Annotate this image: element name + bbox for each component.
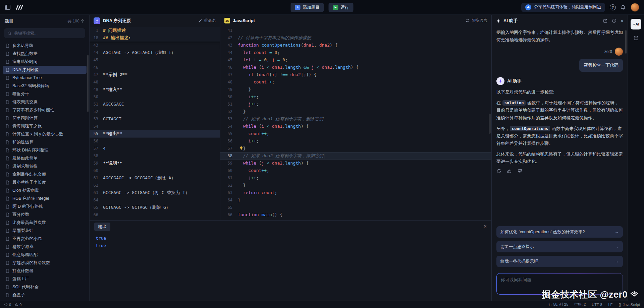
- close-output-button[interactable]: ×: [484, 224, 487, 229]
- markdown-editor[interactable]: 1# 问题描述18## 输出描述:4344AGCTAGC -> AGCTAGCT…: [90, 27, 220, 220]
- app-logo-icon[interactable]: [15, 4, 24, 10]
- promo-banner[interactable]: 分享代码练习体验，领限量定制周边: [521, 3, 605, 12]
- sidebar-item-problem[interactable]: DNA 序列还原: [3, 66, 87, 74]
- run-button[interactable]: ▶ 运行: [329, 3, 354, 12]
- output-tab[interactable]: 输出: [94, 223, 110, 231]
- sidebar-item-problem[interactable]: Base32 编码和解码: [3, 82, 87, 90]
- close-ai-panel-button[interactable]: ×: [621, 18, 624, 24]
- sidebar-item-problem[interactable]: Bytedance Tree: [3, 74, 87, 82]
- rename-button[interactable]: 重命名: [198, 18, 216, 23]
- file-icon: [5, 261, 10, 265]
- sidebar-item-problem[interactable]: SQL 代码补全: [3, 283, 87, 291]
- sidebar-item-problem[interactable]: 计算位置 x 到 y 的最少步数: [3, 130, 87, 138]
- sidebar-item-problem[interactable]: 不再贪心的小包: [3, 235, 87, 243]
- ai-panel-title: AI 助手: [503, 18, 518, 24]
- sidebar-item-problem[interactable]: 创意标题匹配: [3, 251, 87, 259]
- thumbs-up-button[interactable]: [507, 169, 512, 174]
- search-input[interactable]: [14, 31, 82, 36]
- markdown-line: 48: [90, 78, 220, 86]
- cursor-position[interactable]: 行 58, 列 25: [548, 302, 568, 307]
- sidebar-item-problem[interactable]: 暴雨梨花针: [3, 227, 87, 235]
- problem-sidebar: 题目 共 100 个 多米诺骨牌查找热点数据病毒感染时间DNA 序列还原Byte…: [0, 15, 90, 301]
- sidebar-item-problem[interactable]: 青海湖租车之旅: [3, 122, 87, 130]
- sidebar-item-problem[interactable]: 简单四则计算: [3, 114, 87, 122]
- sidebar-item-problem[interactable]: 查找热点数据: [3, 50, 87, 58]
- file-icon: [5, 196, 10, 201]
- sidebar-item-problem[interactable]: 打点计数器: [3, 267, 87, 275]
- sidebar-item-problem[interactable]: 环状 DNA 序列整理: [3, 146, 87, 154]
- ai-name: AI 助手: [507, 77, 522, 85]
- sidebar-toggle-button[interactable]: [5, 5, 10, 10]
- sidebar-item-problem[interactable]: 蛋糕工厂: [3, 275, 87, 283]
- code-line: 49 }: [220, 86, 491, 93]
- markdown-line: 66: [90, 211, 220, 219]
- encoding-setting[interactable]: UTF-8: [592, 303, 602, 307]
- file-icon: [5, 76, 10, 80]
- sidebar-item-problem[interactable]: 字符串有多少种可能性: [3, 106, 87, 114]
- sidebar-item-problem[interactable]: 和的逆运算: [3, 138, 87, 146]
- ai-chat-scrollbar[interactable]: [625, 30, 627, 54]
- line-number: 45: [90, 56, 103, 64]
- new-chat-button[interactable]: [603, 18, 608, 23]
- help-button[interactable]: ?: [610, 4, 616, 10]
- suggested-question[interactable]: 如何优化 `countOperations` 函数的计算效率?→: [496, 226, 623, 238]
- app-window: + 添加题目 ▶ 运行 分享代码练习体验，领限量定制周边 ?: [0, 0, 644, 308]
- code-editor[interactable]: 4142// 计算两个字符串之间的操作步骤数43function countOp…: [220, 27, 491, 220]
- thumbs-down-icon: [517, 169, 522, 174]
- file-icon: [5, 124, 10, 128]
- inline-code-chip: countOperations: [510, 126, 550, 131]
- ai-input[interactable]: [497, 273, 623, 294]
- line-number: 56: [90, 137, 103, 145]
- sidebar-item-problem[interactable]: 穿越沙漠的补给次数: [3, 259, 87, 267]
- sidebar-item-problem[interactable]: 拿到最多红包金额: [3, 170, 87, 178]
- line-number: 65: [220, 204, 238, 211]
- add-problem-button[interactable]: + 添加题目: [291, 3, 324, 12]
- sidebar-item-problem[interactable]: 病毒感染时间: [3, 58, 87, 66]
- sidebar-item-problem[interactable]: 猫鱼分干: [3, 90, 87, 98]
- sidebar-scrollbar[interactable]: [87, 55, 89, 112]
- ai-message-text: 另外，countOperations 函数中尚未实现具体的计算逻辑，这是关键部分…: [496, 125, 623, 147]
- debug-rail-button[interactable]: [633, 35, 639, 41]
- line-number: 66: [220, 211, 238, 219]
- sidebar-item-problem[interactable]: 猜数字游戏: [3, 243, 87, 251]
- line-number: 51: [90, 101, 103, 108]
- line-number: 57: [90, 145, 103, 152]
- resize-handle-icon[interactable]: ◢: [618, 290, 621, 293]
- indentation-setting[interactable]: 空格: 2: [574, 302, 586, 307]
- editor-scrollbar[interactable]: [489, 114, 491, 134]
- history-button[interactable]: [612, 18, 616, 23]
- line-number: 61: [220, 174, 238, 182]
- sidebar-item-problem[interactable]: 百分位数: [3, 210, 87, 219]
- sidebar-item-problem[interactable]: 及格如此简单: [3, 154, 87, 162]
- line-number: 46: [220, 64, 238, 71]
- code-line: 44 let count = 0;: [220, 49, 491, 56]
- sidebar-item-problem[interactable]: Cion 勒索病毒: [3, 186, 87, 194]
- problem-item-label: 病毒感染时间: [12, 59, 38, 65]
- markdown-line: 55**输出**: [90, 130, 220, 137]
- notifications-button[interactable]: [621, 5, 626, 10]
- problem-item-label: 和的逆运算: [12, 139, 34, 145]
- error-counter[interactable]: 0: [4, 303, 11, 307]
- lightbulb-icon[interactable]: [239, 146, 244, 150]
- switch-language-button[interactable]: 切换语言: [465, 18, 487, 23]
- sidebar-item-problem[interactable]: 多米诺骨牌: [3, 42, 87, 50]
- sidebar-item-problem[interactable]: 比赛最高获胜次数: [3, 219, 87, 227]
- sidebar-item-problem[interactable]: 叠盘子: [3, 291, 87, 299]
- suggested-question[interactable]: 给我一些代码提示吧→: [496, 256, 623, 267]
- sidebar-item-problem[interactable]: 进制求和转换: [3, 162, 87, 170]
- user-avatar[interactable]: [631, 3, 639, 12]
- line-number: 1: [90, 27, 103, 34]
- ai-message-text: 在 solution 函数中，对于处理不同字符时选择操作的逻辑，目前只是简单地创…: [496, 99, 623, 121]
- thumbs-down-button[interactable]: [517, 169, 522, 174]
- eol-setting[interactable]: LF: [608, 303, 612, 307]
- sidebar-item-problem[interactable]: 阿 D 的飞行路线: [3, 202, 87, 210]
- ai-assistant-rail-button[interactable]: AI: [631, 19, 641, 29]
- regenerate-button[interactable]: [496, 169, 501, 174]
- problem-item-label: SQL 代码补全: [12, 284, 39, 290]
- warning-counter[interactable]: 0: [14, 303, 21, 307]
- language-mode[interactable]: {} JavaScript: [619, 303, 640, 307]
- sidebar-item-problem[interactable]: 链表聚集交换: [3, 98, 87, 106]
- sidebar-item-problem[interactable]: 最小替换子串长度: [3, 178, 87, 186]
- sidebar-item-problem[interactable]: RGB 色值转 Integer: [3, 194, 87, 202]
- suggested-question[interactable]: 需要一点思路提示→: [496, 241, 623, 252]
